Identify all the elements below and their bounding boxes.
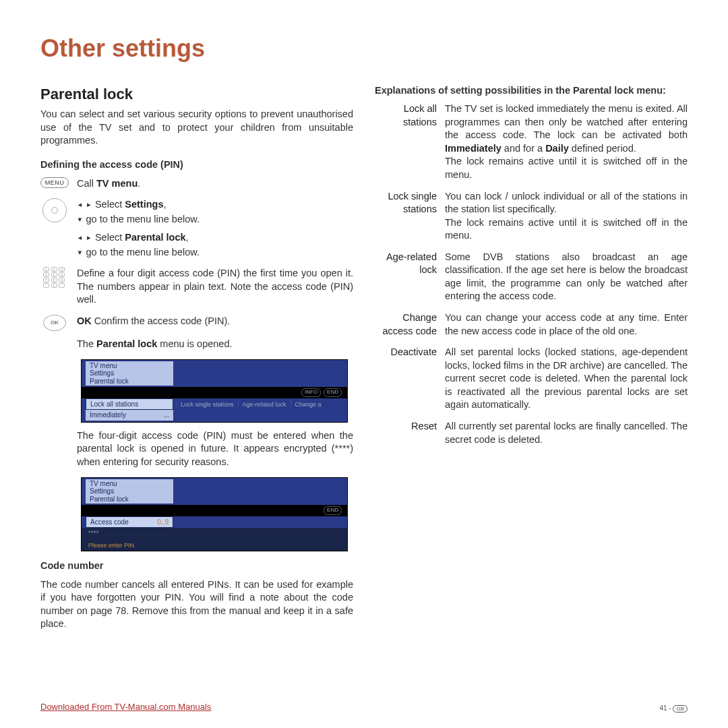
intro-text: You can select and set various security …: [40, 108, 353, 148]
section-title: Parental lock: [40, 84, 353, 104]
left-column: Parental lock You can select and set var…: [40, 84, 353, 631]
right-heading: Explanations of setting possibilities in…: [375, 84, 688, 98]
tv-screenshot-menu: TV menu Settings Parental lock INFOEND L…: [81, 359, 348, 423]
def-age-related: Age-relatedlock Some DVB stations also b…: [375, 251, 688, 311]
def-change-code: Changeaccess code You can change your ac…: [375, 311, 688, 346]
footer-link[interactable]: Downloaded From TV-Manual.com Manuals: [40, 701, 211, 713]
tv-screenshot-pin: TV menu Settings Parental lock END Acces…: [81, 477, 348, 551]
codenum-text: The code number cancels all entered PINs…: [40, 578, 353, 631]
step-confirm: OK OK Confirm the access code (PIN).: [40, 315, 353, 331]
footer: Downloaded From TV-Manual.com Manuals 41…: [40, 701, 688, 713]
step-after-tv1: The four-digit access code (PIN) must be…: [40, 429, 353, 471]
menu-button-icon: MENU: [40, 177, 69, 192]
down-arrow-icon: ▾: [77, 214, 86, 224]
step-menu: MENU Call TV menu.: [40, 177, 353, 192]
def-lock-single: Lock singlestations You can lock / unloc…: [375, 190, 688, 251]
page-title: Other settings: [40, 32, 688, 65]
def-reset: Reset All currently set parental locks a…: [375, 420, 688, 454]
right-column: Explanations of setting possibilities in…: [375, 84, 688, 631]
content-columns: Parental lock You can select and set var…: [40, 84, 688, 631]
down-arrow-icon: ▾: [77, 247, 86, 257]
step-select-settings: ◂ ▸ Select Settings, ▾ go to the menu li…: [40, 198, 353, 260]
def-lock-all: Lock allstations The TV set is locked im…: [375, 102, 688, 189]
def-deactivate: Deactivate All set parental locks (locke…: [375, 346, 688, 420]
subhead-codenum: Code number: [40, 559, 353, 573]
ok-button-icon: OK: [40, 315, 69, 331]
subhead-pin: Defining the access code (PIN): [40, 158, 353, 172]
left-right-arrow-icon: ◂ ▸: [77, 232, 95, 243]
keypad-icon: 1234567890: [40, 267, 69, 308]
step-define-pin: 1234567890 Define a four digit access co…: [40, 267, 353, 308]
left-right-arrow-icon: ◂ ▸: [77, 199, 95, 210]
page-number: 41 - GB: [659, 704, 688, 713]
step-opened: The Parental lock menu is opened.: [40, 338, 353, 353]
definitions-table: Lock allstations The TV set is locked im…: [375, 102, 688, 454]
dpad-icon: [40, 198, 69, 260]
